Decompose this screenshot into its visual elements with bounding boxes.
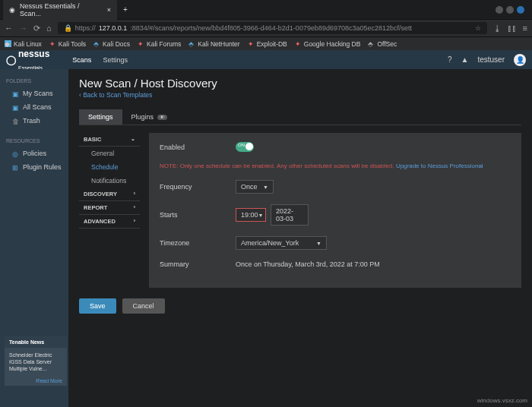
bookmark-kali-docs[interactable]: ⬘Kali Docs <box>93 40 130 48</box>
new-tab-button[interactable]: + <box>117 5 134 14</box>
bookmark-bar: ◆Kali Linux ✦Kali Tools ⬘Kali Docs ✦Kali… <box>0 36 532 50</box>
tab-plugins[interactable]: Plugins 👁 <box>122 109 176 125</box>
sidebar-resources-label: RESOURCES <box>0 135 68 147</box>
url-protocol: https:// <box>75 24 96 32</box>
chevron-down-icon: ▼ <box>316 241 321 246</box>
reload-icon[interactable]: ⟳ <box>33 24 40 33</box>
bookmark-offsec[interactable]: ⬘OffSec <box>368 40 397 48</box>
frequency-select[interactable]: Once▼ <box>236 180 274 194</box>
address-bar[interactable]: 🔒 https://127.0.0.1:8834/#/scans/reports… <box>58 22 487 34</box>
url-host: 127.0.0.1 <box>99 24 128 32</box>
menu-icon[interactable]: ≡ <box>523 24 527 33</box>
bookmark-exploit-db[interactable]: ✦Exploit-DB <box>248 40 287 48</box>
folder-icon: ▣ <box>12 104 19 111</box>
cat-advanced[interactable]: ADVANCED› <box>79 215 140 229</box>
username[interactable]: testuser <box>477 55 505 64</box>
enabled-toggle[interactable]: ON <box>236 142 254 152</box>
forward-icon[interactable]: → <box>19 24 27 33</box>
sidebar-folders-label: FOLDERS <box>0 75 68 87</box>
bookmark-kali-forums[interactable]: ✦Kali Forums <box>138 40 181 48</box>
download-icon[interactable]: ⭳ <box>493 24 502 33</box>
extensions-icon[interactable]: ⫿⫿ <box>508 24 517 33</box>
sub-schedule[interactable]: Schedule <box>79 160 140 174</box>
home-icon[interactable]: ⌂ <box>46 24 52 33</box>
back-link[interactable]: ‹ Back to Scan Templates <box>79 91 152 99</box>
sidebar-trash[interactable]: 🗑Trash <box>0 114 68 128</box>
plugin-icon: ⊞ <box>12 164 19 171</box>
cat-report[interactable]: REPORT› <box>79 201 140 215</box>
news-box: Tenable News Schneider Electric IGSS Dat… <box>5 336 67 386</box>
tab-settings[interactable]: Settings <box>79 109 122 125</box>
window-min-icon[interactable] <box>496 6 503 14</box>
chevron-down-icon: ▼ <box>258 213 264 218</box>
settings-panel: Enabled ON NOTE: Only one schedule can b… <box>149 133 521 288</box>
news-title: Tenable News <box>5 336 67 348</box>
toggle-knob <box>245 143 253 150</box>
starts-date-input[interactable]: 2022-03-03 <box>271 204 309 226</box>
tab-close-icon[interactable]: × <box>107 6 111 14</box>
window-max-icon[interactable] <box>506 6 514 14</box>
nessus-logo[interactable]: ◯ nessusEssentials <box>6 49 49 71</box>
avatar[interactable]: 👤 <box>514 54 526 66</box>
help-icon[interactable]: ? <box>448 55 452 64</box>
eye-icon: 👁 <box>157 115 167 120</box>
sidebar-policies[interactable]: ◎Policies <box>0 147 68 160</box>
sidebar-plugin-rules[interactable]: ⊞Plugin Rules <box>0 160 68 174</box>
back-icon[interactable]: ← <box>5 24 13 33</box>
starts-time-select[interactable]: 19:00▼ <box>236 208 266 222</box>
schedule-note: NOTE: Only one schedule can be enabled. … <box>160 162 511 169</box>
news-read-more[interactable]: Read More <box>5 376 67 386</box>
bookmark-google-hacking[interactable]: ✦Google Hacking DB <box>295 40 361 48</box>
bookmark-kali-nethunter[interactable]: ⬘Kali NetHunter <box>188 40 239 48</box>
trash-icon: 🗑 <box>12 118 19 125</box>
save-button[interactable]: Save <box>79 298 116 314</box>
tab-favicon: ◉ <box>9 6 15 14</box>
cat-discovery[interactable]: DISCOVERY› <box>79 188 140 201</box>
sidebar-all-scans[interactable]: ▣All Scans <box>0 100 68 114</box>
nav-settings[interactable]: Settings <box>103 56 128 64</box>
logo-icon: ◯ <box>6 55 16 65</box>
sub-general[interactable]: General <box>79 147 140 160</box>
sidebar-my-scans[interactable]: ▣My Scans <box>0 87 68 100</box>
cancel-button[interactable]: Cancel <box>122 298 165 314</box>
chevron-right-icon: › <box>134 218 135 225</box>
chevron-down-icon: ⌄ <box>131 136 135 143</box>
timezone-label: Timezone <box>160 239 236 247</box>
browser-tab[interactable]: ◉ Nessus Essentials / Scan... × <box>3 0 117 21</box>
sub-notifications[interactable]: Notifications <box>79 174 140 188</box>
watermark: windows.vsxz.com <box>477 397 527 404</box>
alerts-icon[interactable]: ▲ <box>461 55 469 64</box>
url-path: :8834/#/scans/reports/new/bbd4f805-3966-… <box>130 24 412 32</box>
chevron-right-icon: › <box>134 191 135 197</box>
news-body: Schneider Electric IGSS Data Server Mult… <box>5 348 67 376</box>
summary-label: Summary <box>160 260 236 268</box>
frequency-label: Frequency <box>160 183 236 191</box>
star-icon[interactable]: ☆ <box>475 24 481 32</box>
timezone-select[interactable]: America/New_York▼ <box>236 236 327 250</box>
starts-label: Starts <box>160 211 236 219</box>
settings-nav: BASIC⌄ General Schedule Notifications DI… <box>79 133 140 288</box>
upgrade-link[interactable]: Upgrade to Nessus Professional <box>396 162 483 169</box>
policies-icon: ◎ <box>12 150 19 157</box>
summary-value: Once on Thursday, March 3rd, 2022 at 7:0… <box>236 260 380 268</box>
chevron-right-icon: › <box>134 204 135 211</box>
page-title: New Scan / Host Discovery <box>79 77 521 90</box>
cat-basic[interactable]: BASIC⌄ <box>79 133 140 147</box>
folder-icon: ▣ <box>12 90 19 97</box>
bookmark-kali-linux[interactable]: ◆Kali Linux <box>5 40 42 48</box>
window-close-icon[interactable] <box>517 6 524 14</box>
chevron-down-icon: ▼ <box>263 185 268 190</box>
tab-title: Nessus Essentials / Scan... <box>20 2 103 17</box>
lock-icon: 🔒 <box>64 24 72 32</box>
nav-scans[interactable]: Scans <box>72 56 91 64</box>
enabled-label: Enabled <box>160 144 236 151</box>
bookmark-kali-tools[interactable]: ✦Kali Tools <box>49 40 86 48</box>
